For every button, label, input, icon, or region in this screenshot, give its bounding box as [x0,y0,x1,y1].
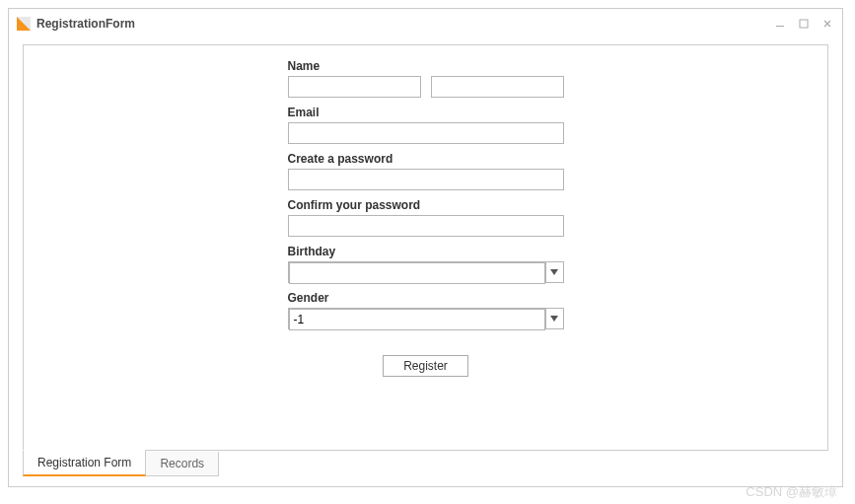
gender-group: Gender [288,291,564,329]
registration-form: Name Email Create a password Confirm you… [288,59,564,377]
email-field-group: Email [288,106,564,144]
register-button[interactable]: Register [383,355,468,377]
gender-dropdown-button[interactable] [545,309,563,328]
birthday-dropdown-button[interactable] [545,262,563,282]
last-name-input[interactable] [431,76,564,98]
caret-down-icon [550,316,558,322]
gender-select[interactable] [288,308,564,329]
tab-registration-form[interactable]: Registration Form [23,450,146,476]
content-panel: Name Email Create a password Confirm you… [23,44,828,451]
close-button[interactable] [820,17,834,31]
main-window: RegistrationForm Name Email [8,8,843,487]
tab-strip: Registration Form Records [23,451,828,476]
confirm-password-group: Confirm your password [288,198,564,237]
create-password-group: Create a password [288,152,564,190]
email-input[interactable] [288,122,564,144]
minimize-button[interactable] [773,17,787,31]
name-label: Name [288,59,564,73]
birthday-picker[interactable] [288,261,564,283]
confirm-password-input[interactable] [288,215,564,237]
first-name-input[interactable] [288,76,421,98]
confirm-password-label: Confirm your password [288,198,564,212]
titlebar: RegistrationForm [9,9,842,38]
window-controls [773,17,834,31]
svg-rect-1 [800,20,808,28]
tab-records[interactable]: Records [145,452,219,476]
email-label: Email [288,106,564,119]
caret-down-icon [550,269,558,275]
svg-rect-0 [776,26,784,27]
gender-label: Gender [288,291,564,305]
create-password-label: Create a password [288,152,564,166]
register-row: Register [288,355,564,377]
create-password-input[interactable] [288,169,564,190]
maximize-button[interactable] [797,17,811,31]
gender-input[interactable] [289,309,545,330]
birthday-input[interactable] [289,262,545,284]
name-field-group: Name [288,59,564,98]
birthday-group: Birthday [288,245,564,283]
app-icon [17,17,31,31]
window-title: RegistrationForm [36,17,135,31]
birthday-label: Birthday [288,245,564,258]
